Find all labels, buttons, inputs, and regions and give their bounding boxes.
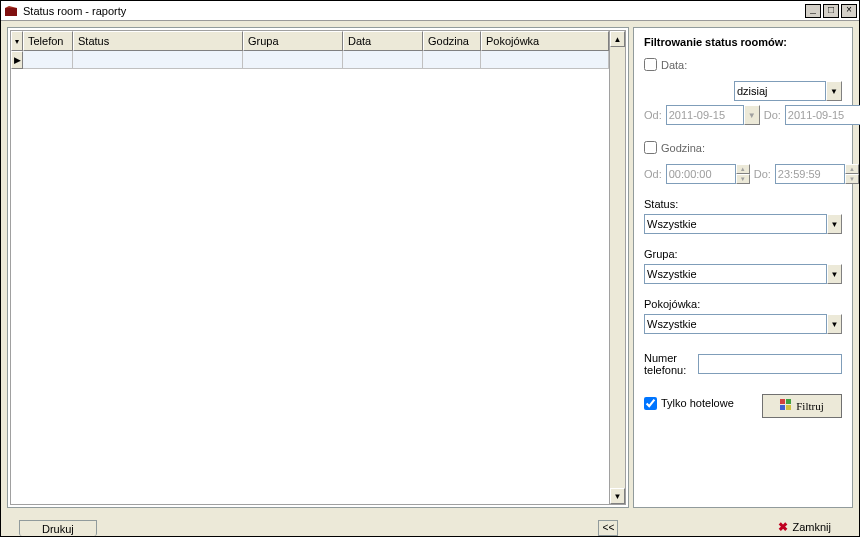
status-select[interactable]: ▼ xyxy=(644,214,842,234)
close-footer-button[interactable]: ✖ Zamknij xyxy=(758,518,851,536)
close-button[interactable]: × xyxy=(841,4,857,18)
data-grid[interactable]: Telefon Status Grupa Data Godzina Pokojó… xyxy=(10,30,626,505)
cell[interactable] xyxy=(481,51,609,69)
chevron-down-icon[interactable]: ▼ xyxy=(827,264,842,284)
window: Status room - raporty _ □ × Telefon Stat… xyxy=(0,0,860,537)
grupa-label: Grupa: xyxy=(644,248,842,260)
grid-panel: Telefon Status Grupa Data Godzina Pokojó… xyxy=(7,27,629,508)
grid-header: Telefon Status Grupa Data Godzina Pokojó… xyxy=(11,31,609,51)
svg-rect-1 xyxy=(5,8,17,16)
phone-label: Numer telefonu: xyxy=(644,352,692,376)
data-checkbox-input[interactable] xyxy=(644,58,657,71)
cell[interactable] xyxy=(73,51,243,69)
app-icon xyxy=(3,3,19,19)
cell[interactable] xyxy=(23,51,73,69)
col-grupa[interactable]: Grupa xyxy=(243,31,343,51)
spinner-icon[interactable]: ▲▼ xyxy=(845,164,859,184)
pokojowka-select[interactable]: ▼ xyxy=(644,314,842,334)
grupa-select[interactable]: ▼ xyxy=(644,264,842,284)
svg-rect-3 xyxy=(786,399,791,404)
row-indicator-icon: ▶ xyxy=(11,51,23,69)
content: Telefon Status Grupa Data Godzina Pokojó… xyxy=(1,21,859,514)
svg-rect-2 xyxy=(780,399,785,404)
titlebar: Status room - raporty _ □ × xyxy=(1,1,859,21)
godzina-checkbox[interactable]: Godzina: xyxy=(644,141,705,154)
do-date-label: Do: xyxy=(764,109,781,121)
do-time-label: Do: xyxy=(754,168,771,180)
filter-button[interactable]: Filtruj xyxy=(762,394,842,418)
filter-icon xyxy=(780,399,792,413)
svg-rect-4 xyxy=(780,405,785,410)
godzina-checkbox-label: Godzina: xyxy=(661,142,705,154)
cell[interactable] xyxy=(243,51,343,69)
date-to-input[interactable]: ▼ xyxy=(785,105,860,125)
data-preset-select[interactable]: ▼ xyxy=(734,81,842,101)
status-label: Status: xyxy=(644,198,842,210)
collapse-button[interactable]: << xyxy=(598,520,618,536)
filter-heading: Filtrowanie status roomów: xyxy=(644,36,842,48)
data-checkbox-label: Data: xyxy=(661,59,687,71)
pokojowka-label: Pokojówka: xyxy=(644,298,842,310)
godzina-checkbox-input[interactable] xyxy=(644,141,657,154)
time-from-input[interactable]: ▲▼ xyxy=(666,164,750,184)
cell[interactable] xyxy=(423,51,481,69)
close-icon: ✖ xyxy=(778,520,788,534)
col-godzina[interactable]: Godzina xyxy=(423,31,481,51)
data-checkbox[interactable]: Data: xyxy=(644,58,687,71)
col-telefon[interactable]: Telefon xyxy=(23,31,73,51)
scroll-up-icon[interactable]: ▲ xyxy=(610,31,625,47)
grid-corner[interactable] xyxy=(11,31,23,51)
data-preset-value[interactable] xyxy=(734,81,826,101)
phone-input[interactable] xyxy=(698,354,842,374)
maximize-button[interactable]: □ xyxy=(823,4,839,18)
date-from-input[interactable]: ▼ xyxy=(666,105,760,125)
grid-row[interactable]: ▶ xyxy=(11,51,609,69)
col-pokojowka[interactable]: Pokojówka xyxy=(481,31,609,51)
svg-rect-5 xyxy=(786,405,791,410)
chevron-down-icon[interactable]: ▼ xyxy=(827,314,842,334)
window-title: Status room - raporty xyxy=(23,5,803,17)
scroll-track[interactable] xyxy=(610,47,625,488)
filter-panel: Filtrowanie status roomów: Data: ▼ Od: ▼… xyxy=(633,27,853,508)
od-time-label: Od: xyxy=(644,168,662,180)
time-to-input[interactable]: ▲▼ xyxy=(775,164,859,184)
chevron-down-icon[interactable]: ▼ xyxy=(827,214,842,234)
grid-scrollbar[interactable]: ▲ ▼ xyxy=(609,31,625,504)
filter-button-label: Filtruj xyxy=(796,400,824,412)
chevron-down-icon[interactable]: ▼ xyxy=(826,81,842,101)
hotel-checkbox-input[interactable] xyxy=(644,397,657,410)
cell[interactable] xyxy=(343,51,423,69)
chevron-down-icon[interactable]: ▼ xyxy=(744,105,760,125)
minimize-button[interactable]: _ xyxy=(805,4,821,18)
print-button[interactable]: Drukuj xyxy=(19,520,97,536)
scroll-down-icon[interactable]: ▼ xyxy=(610,488,625,504)
col-status[interactable]: Status xyxy=(73,31,243,51)
od-date-label: Od: xyxy=(644,109,662,121)
footer: Drukuj << ✖ Zamknij xyxy=(1,514,859,536)
spinner-icon[interactable]: ▲▼ xyxy=(736,164,750,184)
col-data[interactable]: Data xyxy=(343,31,423,51)
hotel-checkbox[interactable]: Tylko hotelowe xyxy=(644,397,734,410)
hotel-checkbox-label: Tylko hotelowe xyxy=(661,397,734,409)
